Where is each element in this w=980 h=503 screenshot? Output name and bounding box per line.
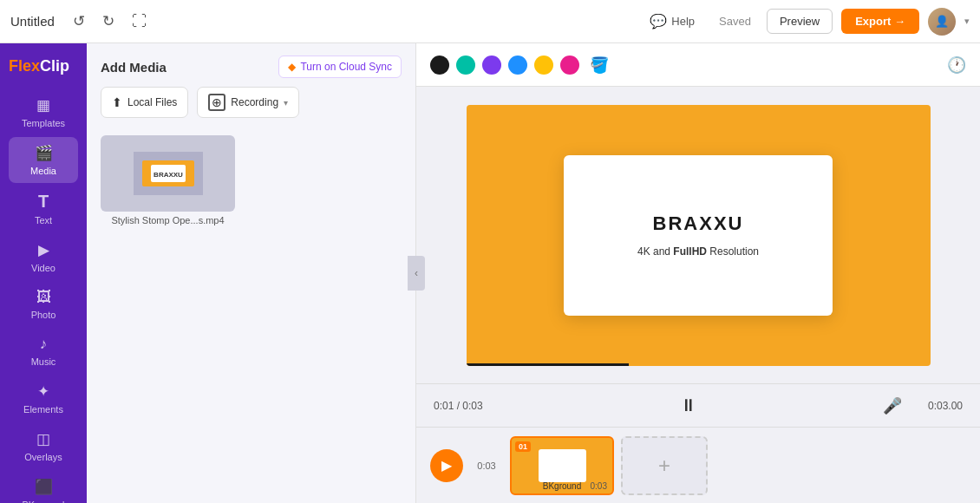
video-icon: ▶ [38,241,49,259]
add-clip-button[interactable]: + [621,436,708,495]
clip-badge: 01 [515,441,531,452]
player-pause-button[interactable]: ⏸ [680,395,697,415]
timeline-clip-1[interactable]: 01 BKground 0:03 [510,436,614,495]
redo-button[interactable]: ↻ [98,9,119,34]
templates-icon: ▦ [36,96,50,114]
sidebar-item-video[interactable]: ▶ Video [9,234,78,280]
upload-icon: ⬆ [112,95,122,109]
overlays-icon: ◫ [36,430,50,448]
topbar: Untitled ↺ ↻ ⛶ 💬 Help Saved Preview Expo… [0,0,980,43]
sidebar-label-music: Music [31,356,56,367]
music-icon: ♪ [40,336,48,353]
timeline-track: 01 BKground 0:03 + [510,436,708,495]
color-teal[interactable] [456,56,475,75]
main-layout: FlexClip ▦ Templates 🎬 Media T Text ▶ Vi… [0,43,980,503]
elements-icon: ✦ [37,382,49,401]
bkground-icon: ⬛ [35,478,53,496]
player-current-time: 0:01 / 0:03 [434,400,494,412]
canvas-column: 🪣 🕐 BRAXXU 4K and FullHD Resolution 0:01… [416,43,980,503]
play-icon: ▶ [441,457,452,474]
timeline-play-button[interactable]: ▶ [430,449,463,482]
account-chevron[interactable]: ▾ [964,16,970,27]
sub-prefix: 4K and [637,245,673,258]
sidebar-label-text: Text [35,215,52,225]
panel-content: BRAXXU Stylish Stomp Ope...s.mp4 [87,128,415,503]
clip-label: BKground [543,481,581,491]
history-icon[interactable]: 🕐 [947,56,966,75]
sidebar-label-overlays: Overlays [24,452,62,462]
photo-icon: 🖼 [36,289,51,306]
timeline-duration: 0:03 [474,461,500,471]
canvas-card: BRAXXU 4K and FullHD Resolution [564,155,833,316]
app-logo[interactable]: FlexClip [0,50,78,88]
avatar[interactable]: 👤 [928,8,956,36]
cloud-sync-button[interactable]: ◆ Turn on Cloud Sync [278,56,402,78]
preview-button[interactable]: Preview [767,9,833,34]
title: Untitled [10,14,55,29]
sidebar-label-video: Video [31,263,56,273]
panel-wrapper: Add Media ◆ Turn on Cloud Sync ⬆ Local F… [87,43,416,503]
canvas-progress-bar [467,363,629,366]
player-bar: 0:01 / 0:03 ⏸ 🎤 0:03.00 [416,383,980,427]
sidebar-item-text[interactable]: T Text [9,185,78,232]
saved-status: Saved [712,10,758,32]
timeline: ▶ 0:03 01 BKground 0:03 + [416,427,980,503]
sidebar-label-photo: Photo [31,310,56,320]
local-files-button[interactable]: ⬆ Local Files [101,87,188,118]
add-media-row: ⬆ Local Files ⊕ Recording ▾ [87,87,415,128]
help-button[interactable]: 💬 Help [641,9,703,34]
chat-icon: 💬 [650,13,667,29]
color-purple[interactable] [482,56,501,75]
sidebar-label-elements: Elements [23,404,63,415]
canvas-wrapper: BRAXXU 4K and FullHD Resolution [416,87,980,383]
undo-button[interactable]: ↺ [69,9,89,34]
export-button[interactable]: Export → [841,9,919,34]
sidebar-item-music[interactable]: ♪ Music [9,329,78,374]
diamond-icon: ◆ [288,61,296,73]
sidebar: FlexClip ▦ Templates 🎬 Media T Text ▶ Vi… [0,43,87,503]
media-item-label: Stylish Stomp Ope...s.mp4 [111,215,224,225]
recording-chevron[interactable]: ▾ [284,98,288,108]
sidebar-item-photo[interactable]: 🖼 Photo [9,282,78,327]
fill-tool-icon[interactable]: 🪣 [586,54,612,76]
player-mic-icon[interactable]: 🎤 [883,396,902,415]
media-icon: 🎬 [35,144,53,162]
text-icon: T [38,192,49,212]
clip-thumbnail [539,449,586,482]
sub-bold: FullHD [673,245,707,258]
recording-button[interactable]: ⊕ Recording ▾ [197,87,299,118]
color-black[interactable] [430,56,449,75]
panel-header: Add Media ◆ Turn on Cloud Sync [87,43,415,87]
sidebar-label-templates: Templates [22,118,65,128]
color-yellow[interactable] [534,56,553,75]
canvas-brand-text: BRAXXU [653,212,744,235]
sub-suffix: Resolution [707,245,759,258]
svg-text:BRAXXU: BRAXXU [154,171,183,179]
media-panel: Add Media ◆ Turn on Cloud Sync ⬆ Local F… [87,43,416,503]
plus-icon: + [658,454,670,478]
canvas-frame[interactable]: BRAXXU 4K and FullHD Resolution [467,105,931,366]
clip-duration: 0:03 [591,481,607,491]
sidebar-label-media: Media [30,166,56,176]
sidebar-item-media[interactable]: 🎬 Media [9,137,78,183]
color-pink[interactable] [560,56,579,75]
sidebar-item-bkground[interactable]: ⬛ BKground [9,471,78,503]
sidebar-label-bkground: BKground [23,500,65,503]
media-grid: BRAXXU Stylish Stomp Ope...s.mp4 [101,135,402,225]
sidebar-item-overlays[interactable]: ◫ Overlays [9,423,78,469]
media-item[interactable]: BRAXXU Stylish Stomp Ope...s.mp4 [101,135,235,225]
panel-title: Add Media [101,60,167,75]
sidebar-item-elements[interactable]: ✦ Elements [9,376,78,421]
fullscreen-button[interactable]: ⛶ [127,10,151,34]
player-duration: 0:03.00 [911,400,963,412]
sidebar-item-templates[interactable]: ▦ Templates [9,89,78,135]
media-thumbnail: BRAXXU [101,135,235,212]
record-icon: ⊕ [208,94,225,111]
panel-collapse-button[interactable]: ‹ [408,256,425,291]
thumb-preview: BRAXXU [101,135,235,212]
canvas-sub-text: 4K and FullHD Resolution [637,245,759,258]
color-toolbar: 🪣 🕐 [416,43,980,87]
color-blue[interactable] [508,56,527,75]
